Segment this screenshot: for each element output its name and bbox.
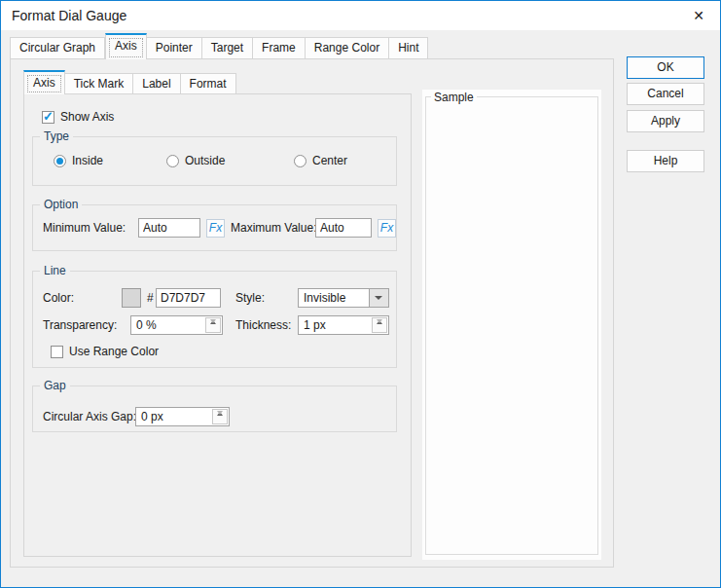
circular-axis-gap-value: 0 px — [141, 408, 163, 425]
title-bar: Format Dial Gauge ✕ — [1, 1, 720, 30]
radio-inside[interactable]: Inside — [54, 154, 103, 167]
style-dropdown[interactable]: Invisible — [298, 288, 389, 308]
chevron-down-icon — [375, 296, 382, 300]
minimum-fx-button[interactable]: Fx — [206, 219, 225, 238]
radio-outside-label: Outside — [185, 154, 225, 167]
radio-selected-icon — [54, 155, 66, 167]
tab-range-color[interactable]: Range Color — [306, 37, 389, 59]
circular-axis-gap-spinner[interactable]: 0 px — [135, 407, 230, 426]
thickness-spinner[interactable]: 1 px — [298, 315, 389, 335]
window-title: Format Dial Gauge — [12, 8, 126, 23]
tab-target[interactable]: Target — [202, 37, 253, 59]
axis-sub-tab-strip: Axis Tick Mark Label Format — [23, 70, 236, 94]
cancel-button[interactable]: Cancel — [627, 83, 704, 105]
maximum-fx-button[interactable]: Fx — [378, 219, 396, 238]
axis-tab-page: Axis Tick Mark Label Format Show Axis Ty… — [10, 58, 614, 568]
maximum-value-input[interactable] — [315, 218, 372, 238]
subtab-tick-mark[interactable]: Tick Mark — [65, 73, 134, 94]
subtab-axis[interactable]: Axis — [23, 70, 65, 94]
type-group-legend: Type — [40, 129, 73, 143]
tab-axis[interactable]: Axis — [105, 33, 147, 59]
use-range-color-label: Use Range Color — [69, 345, 159, 358]
line-group: Line Color: # Style: Invisible Transpare… — [32, 271, 397, 368]
spinner-buttons — [372, 317, 387, 333]
maximum-value-label: Maximum Value: — [231, 218, 316, 238]
type-group: Type Inside Outside Center — [32, 136, 397, 186]
line-group-legend: Line — [40, 264, 70, 277]
show-axis-checkbox[interactable]: Show Axis — [42, 110, 114, 124]
sample-group-legend: Sample — [431, 91, 477, 104]
format-dial-gauge-dialog: Format Dial Gauge ✕ Circular Graph Axis … — [0, 0, 721, 588]
tab-frame[interactable]: Frame — [253, 37, 306, 59]
minimum-value-input[interactable] — [138, 218, 200, 238]
gap-group: Gap Circular Axis Gap: 0 px — [32, 386, 397, 432]
tab-pointer[interactable]: Pointer — [147, 37, 202, 59]
subtab-format[interactable]: Format — [181, 73, 236, 94]
ok-button[interactable]: OK — [627, 56, 704, 79]
radio-inside-label: Inside — [72, 154, 103, 167]
style-label: Style: — [235, 288, 265, 308]
checkbox-checked-icon — [42, 111, 54, 124]
option-group: Option Minimum Value: Fx Maximum Value: … — [32, 204, 397, 251]
main-tab-strip: Circular Graph Axis Pointer Target Frame… — [10, 33, 428, 59]
use-range-color-checkbox[interactable]: Use Range Color — [51, 345, 159, 358]
spinner-buttons — [205, 317, 221, 333]
circular-axis-gap-label: Circular Axis Gap: — [43, 407, 136, 426]
spinner-buttons — [212, 409, 228, 424]
minimum-value-label: Minimum Value: — [43, 218, 126, 238]
thickness-label: Thickness: — [235, 315, 291, 335]
radio-icon — [294, 155, 306, 167]
hex-hash-label: # — [147, 288, 154, 308]
apply-button[interactable]: Apply — [627, 110, 704, 132]
radio-center[interactable]: Center — [294, 154, 347, 167]
color-hex-input[interactable] — [156, 288, 221, 308]
subtab-label[interactable]: Label — [133, 73, 180, 94]
transparency-value: 0 % — [136, 316, 157, 334]
help-button[interactable]: Help — [627, 150, 704, 172]
option-group-legend: Option — [40, 198, 82, 211]
axis-sub-tab-page: Show Axis Type Inside Outside Center — [23, 93, 412, 557]
transparency-label: Transparency: — [43, 315, 117, 335]
dropdown-button[interactable] — [369, 289, 388, 307]
show-axis-label: Show Axis — [60, 110, 114, 124]
thickness-value: 1 px — [304, 316, 326, 334]
radio-icon — [166, 155, 179, 167]
tab-hint[interactable]: Hint — [389, 37, 428, 59]
close-icon[interactable]: ✕ — [684, 5, 713, 26]
transparency-spinner[interactable]: 0 % — [130, 315, 223, 335]
style-dropdown-value: Invisible — [304, 289, 345, 307]
color-label: Color: — [43, 288, 74, 308]
tab-circular-graph[interactable]: Circular Graph — [10, 37, 105, 59]
color-swatch[interactable] — [122, 288, 141, 308]
radio-center-label: Center — [312, 154, 347, 167]
gap-group-legend: Gap — [40, 379, 70, 392]
sample-preview-area: Sample — [422, 90, 601, 560]
radio-outside[interactable]: Outside — [166, 154, 225, 167]
sample-group: Sample — [425, 96, 598, 555]
checkbox-unchecked-icon — [51, 346, 63, 358]
